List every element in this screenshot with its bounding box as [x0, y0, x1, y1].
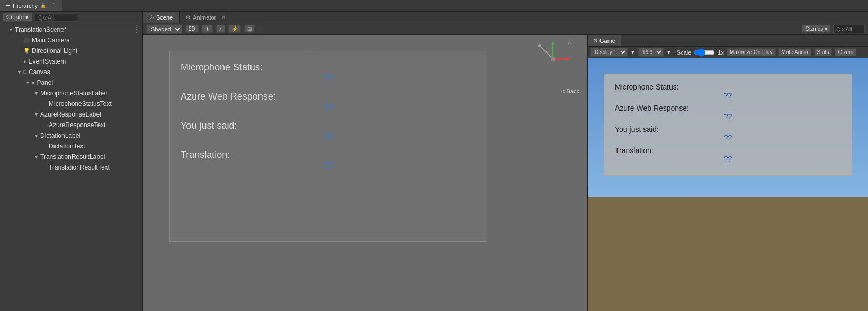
- scale-slider[interactable]: [694, 49, 715, 56]
- game-panel: ⊙ Game Display 1 ▼ 16:9 ▼ Scale: [587, 35, 868, 311]
- tree-item-light-label: Directional Light: [32, 46, 77, 56]
- 2d-button[interactable]: 2D: [185, 25, 199, 33]
- shaded-select[interactable]: Shaded: [146, 24, 182, 34]
- main-layout: Create ▾ ▼ TranslationScene* ⋮ ▶ 🎥 Main …: [0, 12, 868, 311]
- tree-arrow-canvas: ▼: [17, 67, 23, 77]
- game-azure-value: ??: [615, 112, 841, 121]
- tree-item-mic-text[interactable]: ▶ MicrophoneStatusText: [0, 99, 142, 109]
- tree-item-azure-label[interactable]: ▼ AzureResponseLabel: [0, 109, 142, 120]
- scene-tab-icon: ⊙: [149, 14, 154, 20]
- game-dictation-value: ??: [615, 134, 841, 142]
- hierarchy-tab[interactable]: ☰ Hierarchy 🔒 ⋮: [0, 0, 62, 11]
- tree-arrow-translation: ▼: [34, 152, 40, 162]
- tree-item-dictation-label[interactable]: ▼ DictationLabel: [0, 130, 142, 141]
- hierarchy-search[interactable]: [35, 13, 77, 22]
- aspect-button[interactable]: ⊡: [244, 25, 255, 33]
- game-tab[interactable]: ⊙ Game: [588, 35, 621, 46]
- game-dictation-row: You just said: ??: [615, 125, 841, 142]
- scene-tab[interactable]: ⊙ Scene: [143, 12, 180, 23]
- tree-item-dictation-text[interactable]: ▶ DictationText: [0, 141, 142, 152]
- game-tab-bar: ⊙ Game: [588, 35, 868, 47]
- svg-point-5: [538, 44, 541, 47]
- svg-marker-1: [551, 41, 554, 45]
- tree-item-dictation-text-label: DictationText: [49, 141, 85, 151]
- light-icon: 💡: [23, 46, 30, 56]
- scene-mic-label: Microphone Status:: [181, 62, 476, 73]
- game-viewport: Microphone Status: ?? Azure Web Response…: [588, 58, 868, 311]
- scene-viewport[interactable]: ✦ ☁ Microphone Status: ?? Azure Web Resp…: [143, 35, 587, 311]
- tree-arrow-scene: ▼: [8, 25, 15, 34]
- viewports-row: ✦ ☁ Microphone Status: ?? Azure Web Resp…: [143, 35, 868, 311]
- tree-item-mic-label-label: MicrophoneStatusLabel: [40, 88, 107, 98]
- scene-options-icon: ⋮: [132, 25, 142, 34]
- tree-arrow-azure: ▼: [34, 110, 40, 119]
- canvas-icon: □: [23, 67, 26, 77]
- scene-dictation-label: You just said:: [181, 120, 476, 131]
- scene-azure-label: Azure Web Response:: [181, 91, 476, 102]
- scene-dictation-row: You just said: ??: [181, 120, 476, 143]
- tree-item-canvas[interactable]: ▼ □ Canvas: [0, 67, 142, 77]
- mute-button[interactable]: Mute Audio: [778, 48, 811, 56]
- hierarchy-tab-label: Hierarchy: [13, 3, 38, 9]
- tree-arrow-mic: ▼: [34, 88, 40, 98]
- tree-item-scene-label: TranslationScene*: [15, 25, 67, 34]
- stats-button[interactable]: Stats: [814, 48, 833, 56]
- tree-item-event-system[interactable]: ▶ ● EventSystem: [0, 56, 142, 67]
- game-mic-row: Microphone Status: ??: [615, 83, 841, 100]
- svg-text:✕: ✕: [568, 41, 571, 46]
- game-translation-row: Translation: ??: [615, 146, 841, 163]
- tree-item-translation-text[interactable]: ▶ TranslationResultText: [0, 162, 142, 173]
- back-button[interactable]: < Back: [561, 88, 579, 94]
- scene-search[interactable]: [833, 25, 865, 33]
- audio-toggle-button[interactable]: ♪: [216, 25, 225, 33]
- display-select[interactable]: Display 1: [590, 48, 628, 57]
- tree-item-translation-label-label: TranslationResultLabel: [40, 152, 105, 162]
- scene-translation-value: ??: [181, 161, 476, 172]
- game-tab-label: Game: [599, 38, 615, 44]
- tree-item-mic-label[interactable]: ▼ MicrophoneStatusLabel: [0, 88, 142, 99]
- scale-value: 1x: [718, 49, 724, 56]
- game-translation-label: Translation:: [615, 146, 841, 155]
- camera-icon: 🎥: [23, 35, 30, 45]
- gizmos-button[interactable]: Gizmos ▾: [802, 25, 830, 33]
- tree-item-azure-label-label: AzureResponseLabel: [40, 110, 101, 119]
- ratio-select[interactable]: 16:9: [638, 48, 664, 57]
- tree-item-directional-light[interactable]: ▶ 💡 Directional Light: [0, 46, 142, 56]
- game-azure-label: Azure Web Response:: [615, 104, 841, 112]
- tree-item-main-camera[interactable]: ▶ 🎥 Main Camera: [0, 35, 142, 46]
- light-toggle-button[interactable]: ☀: [202, 25, 213, 33]
- tree-item-eventsys-label: EventSystem: [28, 57, 66, 66]
- svg-marker-3: [567, 57, 570, 60]
- create-button[interactable]: Create ▾: [3, 13, 32, 22]
- scene-toolbar: Shaded 2D ☀ ♪ ⚡ ⊡ Gizmos ▾: [143, 23, 868, 35]
- game-mic-value: ??: [615, 91, 841, 100]
- hierarchy-toolbar: Create ▾: [0, 12, 142, 23]
- tree-item-panel[interactable]: ▼ ● Panel: [0, 77, 142, 88]
- tab-spacer: [232, 12, 868, 23]
- hierarchy-tab-lock: 🔒: [40, 3, 46, 8]
- tree-item-translation-text-label: TranslationResultText: [49, 163, 110, 172]
- animator-tab[interactable]: ⊙ Animator ✕: [180, 12, 232, 23]
- tree-item-dictation-label-label: DictationLabel: [40, 131, 80, 140]
- display-icon: ▼: [630, 49, 636, 55]
- scene-tab-label: Scene: [156, 14, 173, 21]
- game-mic-label: Microphone Status:: [615, 83, 841, 91]
- tree-item-translation-label[interactable]: ▼ TranslationResultLabel: [0, 152, 142, 162]
- tree-item-azure-text[interactable]: ▶ AzureResponseText: [0, 120, 142, 130]
- gizmos-game-button[interactable]: Gizmo: [835, 48, 856, 56]
- hierarchy-tree: ▼ TranslationScene* ⋮ ▶ 🎥 Main Camera ▶ …: [0, 23, 142, 311]
- scene-translation-label: Translation:: [181, 149, 476, 161]
- game-azure-row: Azure Web Response: ??: [615, 104, 841, 121]
- scene-dictation-value: ??: [181, 131, 476, 143]
- center-area: ⊙ Scene ⊙ Animator ✕ Shaded 2D ☀ ♪ ⚡ ⊡ G…: [143, 12, 868, 311]
- tree-item-canvas-label: Canvas: [29, 67, 50, 77]
- tree-item-scene-root[interactable]: ▼ TranslationScene* ⋮: [0, 24, 142, 35]
- scene-tab-bar: ⊙ Scene ⊙ Animator ✕: [143, 12, 868, 23]
- scale-label: Scale: [677, 49, 692, 56]
- animator-close-icon[interactable]: ✕: [221, 14, 226, 20]
- scene-toolbar-right: Gizmos ▾: [802, 25, 865, 33]
- maximize-button[interactable]: Maximize On Play: [727, 48, 776, 56]
- scene-mic-row: Microphone Status: ??: [181, 62, 476, 84]
- fx-button[interactable]: ⚡: [228, 25, 241, 33]
- tree-arrow-panel: ▼: [25, 78, 32, 87]
